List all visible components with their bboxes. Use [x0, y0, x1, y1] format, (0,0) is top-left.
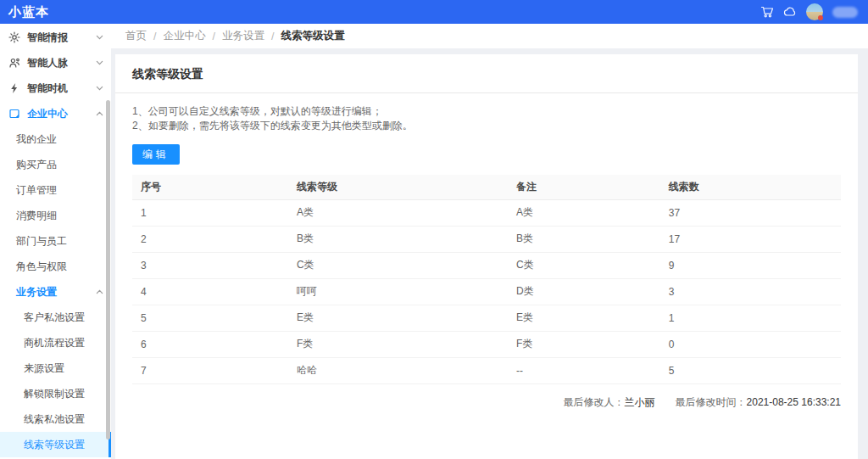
sidebar-item-lead-pool-settings[interactable]: 线索私池设置	[0, 406, 111, 432]
enterprise-icon	[8, 108, 20, 120]
sidebar-item-my-company[interactable]: 我的企业	[0, 126, 111, 152]
sidebar-item-label: 智能时机	[27, 81, 68, 96]
sidebar-item-label: 企业中心	[27, 107, 68, 121]
sidebar: 智能情报 智能人脉 智能时机 企业中心 我的企业 购买产品 订单管理 消费明细 …	[0, 24, 111, 459]
breadcrumb-enterprise-center[interactable]: 企业中心	[163, 29, 205, 43]
contacts-icon	[8, 57, 20, 69]
col-header-index: 序号	[132, 175, 288, 199]
sidebar-item-label: 智能情报	[27, 31, 68, 45]
chevron-down-icon	[96, 85, 103, 92]
sidebar-scrollbar-thumb[interactable]	[106, 100, 110, 439]
chevron-down-icon	[96, 59, 103, 66]
header-actions	[760, 3, 858, 20]
last-modified-info: 最后修改人：兰小丽最后修改时间：2021-08-25 16:33:21	[132, 384, 841, 425]
breadcrumb-home[interactable]: 首页	[125, 29, 147, 43]
col-header-remark: 备注	[508, 175, 660, 199]
sidebar-item-roles-permissions[interactable]: 角色与权限	[0, 254, 111, 279]
table-row: 3C类C类9	[132, 252, 841, 278]
table-header-row: 序号 线索等级 备注 线索数	[132, 175, 841, 199]
sidebar-item-consumption-details[interactable]: 消费明细	[0, 203, 111, 228]
col-header-lead-level: 线索等级	[288, 175, 508, 199]
lead-level-card: 线索等级设置 1、公司可以自定义线索等级，对默认的等级进行编辑； 2、如要删除，…	[115, 54, 858, 459]
breadcrumb-business-settings[interactable]: 业务设置	[222, 29, 264, 43]
table-row: 4呵呵D类3	[132, 278, 841, 305]
chevron-up-icon	[96, 110, 103, 117]
sidebar-item-customer-pool-settings[interactable]: 客户私池设置	[0, 305, 111, 330]
table-row: 2B类B类17	[132, 226, 841, 252]
note-line-2: 2、如要删除，需先将该等级下的线索变更为其他类型或删除。	[132, 119, 841, 133]
modified-time-label: 最后修改时间：	[676, 396, 747, 408]
modified-by-label: 最后修改人：	[564, 396, 625, 408]
sidebar-item-enterprise-center[interactable]: 企业中心	[0, 101, 111, 126]
edit-button[interactable]: 编辑	[132, 144, 180, 165]
table-row: 5E类E类1	[132, 305, 841, 331]
sidebar-item-departments-staff[interactable]: 部门与员工	[0, 228, 111, 254]
page-title: 线索等级设置	[115, 54, 858, 93]
breadcrumb-separator: /	[212, 31, 214, 42]
sidebar-item-intelligence[interactable]: 智能情报	[0, 25, 111, 50]
modified-time-value: 2021-08-25 16:33:21	[747, 396, 841, 408]
sidebar-item-purchase-products[interactable]: 购买产品	[0, 152, 111, 177]
chevron-down-icon	[96, 34, 103, 41]
app-header: 小蓝本	[0, 0, 868, 24]
breadcrumb-current: 线索等级设置	[281, 29, 344, 43]
chevron-up-icon	[96, 288, 103, 295]
sidebar-item-business-settings[interactable]: 业务设置	[0, 279, 111, 305]
lead-level-table: 序号 线索等级 备注 线索数 1A类A类37 2B类B类17	[132, 175, 841, 384]
cart-icon[interactable]	[760, 5, 774, 19]
table-row: 1A类A类37	[132, 199, 841, 226]
sidebar-item-unlock-limit-settings[interactable]: 解锁限制设置	[0, 381, 111, 406]
intelligence-icon	[8, 31, 20, 43]
cloud-icon[interactable]	[783, 5, 797, 19]
breadcrumb-separator: /	[153, 31, 156, 42]
sidebar-item-source-settings[interactable]: 来源设置	[0, 355, 111, 381]
breadcrumb: 首页 / 企业中心 / 业务设置 / 线索等级设置	[111, 24, 868, 48]
modified-by-value: 兰小丽	[625, 396, 655, 408]
app-logo[interactable]: 小蓝本	[8, 4, 49, 20]
sidebar-item-timing[interactable]: 智能时机	[0, 76, 111, 101]
sidebar-item-contacts[interactable]: 智能人脉	[0, 50, 111, 76]
table-row: 6F类F类0	[132, 331, 841, 357]
sidebar-item-opportunity-flow-settings[interactable]: 商机流程设置	[0, 330, 111, 355]
lightning-icon	[8, 82, 20, 94]
note-line-1: 1、公司可以自定义线索等级，对默认的等级进行编辑；	[132, 104, 841, 119]
sidebar-item-label: 智能人脉	[27, 56, 68, 70]
col-header-lead-count: 线索数	[660, 175, 841, 199]
table-row: 7哈哈--5	[132, 357, 841, 383]
breadcrumb-separator: /	[271, 31, 274, 42]
user-avatar[interactable]	[806, 3, 823, 20]
user-name-masked[interactable]	[832, 7, 858, 18]
sidebar-item-lead-level-settings[interactable]: 线索等级设置	[0, 432, 111, 457]
sidebar-item-order-management[interactable]: 订单管理	[0, 177, 111, 203]
